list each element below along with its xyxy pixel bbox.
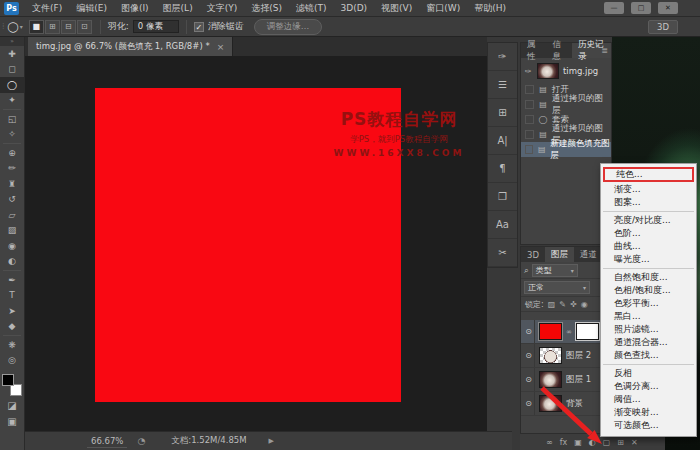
eyedropper-tool[interactable]: ✧ bbox=[0, 127, 24, 143]
blur-tool[interactable]: ◉ bbox=[0, 238, 24, 254]
history-source-checkbox[interactable] bbox=[525, 145, 533, 154]
red-fill-layer-canvas[interactable]: PS教程自学网 学PS，就到PS教程自学网 WWW.16XX8.COM bbox=[95, 88, 401, 402]
antialias-checkbox[interactable]: ✓ bbox=[194, 22, 204, 32]
menu-item-layer[interactable]: 图层(L) bbox=[156, 0, 200, 17]
screen-mode-button[interactable]: ▣ bbox=[0, 414, 24, 430]
history-brush-tool[interactable]: ↺ bbox=[0, 192, 24, 208]
menu-item-help[interactable]: 帮助(H) bbox=[467, 0, 513, 17]
menu-item-edit[interactable]: 编辑(E) bbox=[69, 0, 114, 17]
menu-item-solid-color[interactable]: 纯色... bbox=[603, 167, 694, 182]
magic-wand-tool[interactable]: ✦ bbox=[0, 93, 24, 109]
tool-preset-dropdown-icon[interactable]: ▾ bbox=[20, 23, 23, 30]
minimize-button[interactable]: — bbox=[604, 2, 624, 14]
history-brush-source-icon[interactable]: ✑ bbox=[523, 67, 533, 76]
refine-edge-button[interactable]: 调整边缘… bbox=[254, 19, 323, 35]
menu-item-levels[interactable]: 色阶... bbox=[601, 227, 696, 240]
layer-thumbnail[interactable] bbox=[539, 347, 562, 364]
menu-item-invert[interactable]: 反相 bbox=[601, 367, 696, 380]
hand-tool[interactable]: ❋ bbox=[0, 337, 24, 353]
menu-item-file[interactable]: 文件(F) bbox=[25, 0, 69, 17]
rectangular-marquee-tool[interactable]: ◻ bbox=[0, 62, 24, 78]
menu-item-type[interactable]: 文字(Y) bbox=[200, 0, 245, 17]
character-styles-panel-icon[interactable]: ❐ bbox=[488, 183, 517, 211]
subtract-from-selection-button[interactable]: ⊟ bbox=[61, 20, 76, 34]
menu-item-exposure[interactable]: 曝光度... bbox=[601, 253, 696, 266]
path-selection-tool[interactable]: ➤ bbox=[0, 303, 24, 319]
tab-close-icon[interactable]: × bbox=[217, 42, 225, 52]
history-panel-menu-icon[interactable]: ≣ bbox=[601, 46, 608, 55]
brush-panel-icon[interactable]: ✑ bbox=[488, 43, 517, 71]
workspace-3d-button[interactable]: 3D bbox=[648, 20, 678, 34]
gradient-tool[interactable]: ▨ bbox=[0, 223, 24, 239]
menu-item-photo-filter[interactable]: 照片滤镜... bbox=[601, 323, 696, 336]
lasso-tool[interactable]: ◯ bbox=[0, 77, 24, 93]
new-layer-icon[interactable]: ⊞ bbox=[617, 438, 624, 447]
history-source-checkbox[interactable] bbox=[525, 100, 534, 109]
zoom-tool[interactable]: ◎ bbox=[0, 353, 24, 369]
paragraph-styles-panel-icon[interactable]: Aa bbox=[488, 211, 517, 239]
document-tab[interactable]: timg.jpg @ 66.7% (颜色填充 1, RGB/8#) * × bbox=[28, 37, 233, 56]
shape-tool[interactable]: ◆ bbox=[0, 319, 24, 335]
tools-collapse-icon[interactable]: » bbox=[0, 37, 24, 46]
menu-item-select[interactable]: 选择(S) bbox=[244, 0, 289, 17]
menu-item-gradient[interactable]: 渐变... bbox=[601, 183, 696, 196]
fill-layer-thumbnail[interactable] bbox=[539, 323, 562, 340]
brush-tool[interactable]: ✏ bbox=[0, 161, 24, 177]
crop-tool[interactable]: ◱ bbox=[0, 111, 24, 127]
blend-mode-dropdown[interactable]: 正常 ▾ bbox=[524, 281, 590, 294]
menu-item-view[interactable]: 视图(V) bbox=[374, 0, 419, 17]
clone-source-panel-icon[interactable]: ⊞ bbox=[488, 99, 517, 127]
history-source-checkbox[interactable] bbox=[525, 85, 534, 94]
history-source-checkbox[interactable] bbox=[525, 115, 534, 124]
menu-item-hue-saturation[interactable]: 色相/饱和度... bbox=[601, 284, 696, 297]
measure-panel-icon[interactable]: ✂ bbox=[488, 239, 517, 267]
menu-item-black-white[interactable]: 黑白... bbox=[601, 310, 696, 323]
move-tool[interactable]: ✚ bbox=[0, 46, 24, 62]
close-button[interactable]: ✕ bbox=[658, 2, 678, 14]
maximize-button[interactable]: □ bbox=[631, 2, 651, 14]
feather-input[interactable]: 0 像素 bbox=[133, 20, 179, 33]
history-source-checkbox[interactable] bbox=[525, 130, 534, 139]
clone-stamp-tool[interactable]: ♜ bbox=[0, 176, 24, 192]
tab-channels[interactable]: 通道 bbox=[574, 247, 603, 262]
tab-properties[interactable]: 属性 bbox=[521, 43, 547, 58]
menu-item-vibrance[interactable]: 自然饱和度... bbox=[601, 271, 696, 284]
menu-item-window[interactable]: 窗口(W) bbox=[419, 0, 467, 17]
lock-pixels-icon[interactable]: ✎ bbox=[559, 300, 566, 309]
layer-name[interactable]: 图层 2 bbox=[566, 350, 591, 362]
visibility-eye-icon[interactable]: ⊙ bbox=[523, 344, 535, 367]
tab-info[interactable]: 信息 bbox=[547, 43, 573, 58]
quick-mask-button[interactable]: ◪ bbox=[0, 398, 24, 414]
menu-item-selective-color[interactable]: 可选颜色... bbox=[601, 419, 696, 432]
layer-mask-thumbnail[interactable] bbox=[576, 323, 599, 340]
lasso-tool-icon[interactable]: ◯ bbox=[8, 21, 19, 32]
zoom-level-field[interactable]: 66.67% bbox=[87, 435, 127, 448]
add-to-selection-button[interactable]: ⊞ bbox=[45, 20, 60, 34]
new-selection-button[interactable]: ■ bbox=[29, 20, 44, 34]
delete-layer-icon[interactable]: ✕ bbox=[631, 438, 638, 447]
menu-item-threshold[interactable]: 阈值... bbox=[601, 393, 696, 406]
character-panel-icon[interactable]: A| bbox=[488, 127, 517, 155]
foreground-color-swatch[interactable] bbox=[2, 374, 14, 386]
status-options-arrow-icon[interactable]: ▶ bbox=[269, 437, 274, 445]
lock-position-icon[interactable]: ✜ bbox=[570, 300, 577, 309]
menu-item-3d[interactable]: 3D(D) bbox=[333, 0, 374, 17]
paragraph-panel-icon[interactable]: ¶ bbox=[488, 155, 517, 183]
canvas-area[interactable]: PS教程自学网 学PS，就到PS教程自学网 WWW.16XX8.COM bbox=[25, 56, 487, 431]
lock-transparency-icon[interactable]: ▨ bbox=[548, 300, 556, 309]
menu-item-channel-mixer[interactable]: 通道混合器... bbox=[601, 336, 696, 349]
intersect-selection-button[interactable]: ⊡ bbox=[77, 20, 92, 34]
menu-item-color-balance[interactable]: 色彩平衡... bbox=[601, 297, 696, 310]
history-step-layer-via-copy[interactable]: ▤ 通过拷贝的图层 bbox=[521, 97, 611, 112]
menu-item-pattern[interactable]: 图案... bbox=[601, 196, 696, 209]
lock-all-icon[interactable]: ◉ bbox=[581, 300, 588, 309]
tab-layers[interactable]: 图层 bbox=[545, 247, 574, 262]
filter-type-dropdown[interactable]: 类型 ▾ bbox=[532, 264, 578, 277]
type-tool[interactable]: T bbox=[0, 288, 24, 304]
menu-item-color-lookup[interactable]: 颜色查找... bbox=[601, 349, 696, 362]
history-step-new-fill-layer[interactable]: ▤ 新建颜色填充图层 bbox=[521, 142, 611, 157]
menu-item-filter[interactable]: 滤镜(T) bbox=[289, 0, 334, 17]
visibility-eye-icon[interactable]: ⊙ bbox=[523, 320, 535, 343]
dodge-tool[interactable]: ◐ bbox=[0, 254, 24, 270]
menu-item-image[interactable]: 图像(I) bbox=[114, 0, 156, 17]
